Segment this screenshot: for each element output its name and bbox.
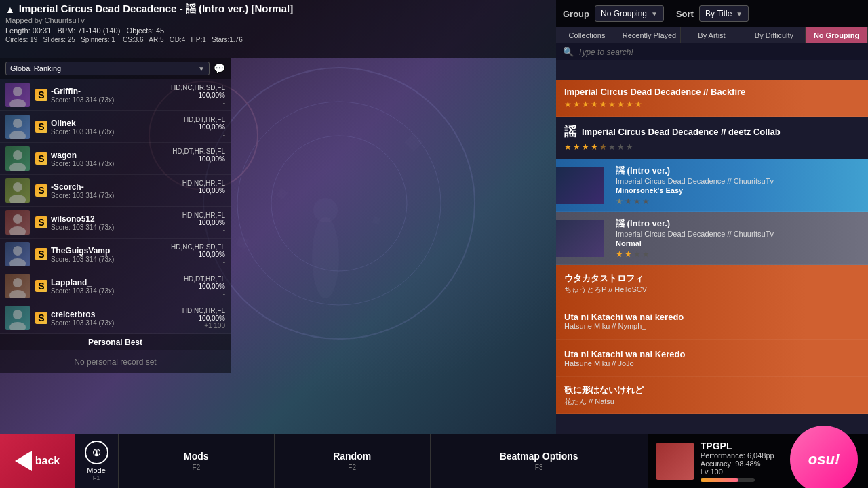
rank-player-info: -Griffin- Score: 103 314 (73x) xyxy=(51,87,171,104)
rank-mods: HD,NC,HR,FL xyxy=(182,307,225,314)
leaderboard: Global Ranking ▼ 💬 S -Griffin- Score: 10… xyxy=(0,58,231,434)
song-difficulty: Minorsonek's Easy xyxy=(616,186,863,195)
list-item[interactable]: 謡 (Intro ver.) Imperial Circus Dead Deca… xyxy=(556,212,868,265)
tab-no-grouping[interactable]: No Grouping xyxy=(806,27,868,43)
svg-point-18 xyxy=(13,214,22,224)
svg-point-12 xyxy=(13,119,22,128)
chat-icon[interactable]: 💬 xyxy=(214,63,225,74)
list-item[interactable]: 謡 Imperial Circus Dead Decadence // deet… xyxy=(556,117,868,159)
search-bar: 🔍 xyxy=(556,43,868,60)
player-name: TPGPL xyxy=(701,441,774,451)
pp-bar-container xyxy=(701,478,755,482)
rank-right: HD,NC,HR,FL 100,00% - xyxy=(182,180,225,202)
sort-dropdown[interactable]: By Title ▼ xyxy=(699,5,749,22)
table-row[interactable]: S Olinek Score: 103 314 (73x) HD,DT,HR,F… xyxy=(0,111,231,143)
player-pp: Performance: 6,048pp xyxy=(701,451,774,460)
rank-separator: - xyxy=(172,163,225,170)
tab-by-difficulty[interactable]: By Difficulty xyxy=(743,27,806,43)
song-group-title: 歌に形はないけれど xyxy=(564,384,860,396)
svg-point-23 xyxy=(9,290,26,298)
tab-collections[interactable]: Collections xyxy=(556,27,618,43)
table-row[interactable]: S Lappland_ Score: 103 314 (73x) HD,DT,H… xyxy=(0,270,231,302)
mods-label: Mods xyxy=(184,451,209,462)
rank-mods: HD,NC,HR,FL xyxy=(182,211,225,219)
rank-mods: HD,DT,HR,SD,FL xyxy=(172,148,225,155)
svg-point-10 xyxy=(13,87,22,96)
list-item[interactable]: Uta ni Katachi wa nai keredo Hatsune Mik… xyxy=(556,302,868,340)
rank-mods: HD,DT,HR,FL xyxy=(184,116,225,123)
list-item[interactable]: 歌に形はないけれど 花たん // Natsu xyxy=(556,377,868,414)
rank-score: Score: 103 314 (73x) xyxy=(51,287,184,295)
rank-separator: - xyxy=(182,195,225,202)
rank-separator: - xyxy=(171,99,225,106)
song-thumbnail xyxy=(556,167,604,204)
song-group-sub: 花たん // Natsu xyxy=(564,396,860,407)
song-list[interactable]: Imperial Circus Dead Decadence // Backfi… xyxy=(556,80,868,480)
rank-avatar xyxy=(5,242,30,266)
rank-right: HD,DT,HR,SD,FL 100,00% - xyxy=(172,148,225,170)
rank-separator: +1 100 xyxy=(182,322,225,329)
back-label: back xyxy=(35,455,60,467)
table-row[interactable]: S creicerbros Score: 103 314 (73x) HD,NC… xyxy=(0,302,231,334)
rank-player-name: -Scorch- xyxy=(51,182,182,192)
svg-point-11 xyxy=(9,99,26,107)
rank-percent: 100,00% xyxy=(182,219,225,226)
svg-point-0 xyxy=(203,68,475,339)
song-group-title: Uta ni Katachi wa nai keredo xyxy=(564,312,860,322)
table-row[interactable]: S TheGuigsVamp Score: 103 314 (73x) HD,N… xyxy=(0,239,231,270)
group-dropdown[interactable]: No Grouping ▼ xyxy=(595,5,664,22)
svg-point-22 xyxy=(13,278,22,287)
rank-player-name: creicerbros xyxy=(51,310,182,319)
rank-s-badge: S xyxy=(35,184,47,197)
mode-button[interactable]: ① Mode F1 xyxy=(75,434,119,488)
rank-percent: 100,00% xyxy=(172,155,225,163)
list-item[interactable]: Imperial Circus Dead Decadence // Backfi… xyxy=(556,80,868,117)
rank-mode-dropdown[interactable]: Global Ranking ▼ xyxy=(5,62,210,75)
mode-label: Mode xyxy=(87,466,106,474)
svg-point-4 xyxy=(312,217,339,298)
player-info: TPGPL Performance: 6,048pp Accuracy: 98.… xyxy=(701,441,774,482)
rank-s-badge: S xyxy=(35,280,47,292)
stars-row: ★★★★★★★★ xyxy=(564,142,860,152)
song-kanji-icon: 謡 xyxy=(564,123,576,140)
song-name: 謡 (Intro ver.) xyxy=(616,165,863,177)
rank-score: Score: 103 314 (73x) xyxy=(51,319,182,327)
tab-recently-played[interactable]: Recently Played xyxy=(618,27,681,43)
rank-right: HD,NC,HR,FL 100,00% - xyxy=(182,211,225,234)
search-icon: 🔍 xyxy=(563,47,574,57)
sort-label: Sort xyxy=(676,9,694,19)
back-arrow-icon xyxy=(15,451,32,471)
song-full-title: Imperial Circus Dead Decadence - 謡 (Intr… xyxy=(19,3,293,16)
table-row[interactable]: S wagon Score: 103 314 (73x) HD,DT,HR,SD… xyxy=(0,143,231,175)
list-item[interactable]: 謡 (Intro ver.) Imperial Circus Dead Deca… xyxy=(556,159,868,212)
list-item[interactable]: ウタカタストロフィ ちゅうとろP // HelloSCV xyxy=(556,265,868,302)
rank-separator: - xyxy=(184,131,225,138)
rank-right: HD,NC,HR,SD,FL 100,00% - xyxy=(171,84,225,106)
table-row[interactable]: S -Scorch- Score: 103 314 (73x) HD,NC,HR… xyxy=(0,175,231,207)
no-record: No personal record set xyxy=(0,350,231,373)
random-button[interactable]: Random F2 xyxy=(275,434,431,488)
osu-text: osu! xyxy=(808,451,840,468)
table-row[interactable]: S wilsono512 Score: 103 314 (73x) HD,NC,… xyxy=(0,207,231,239)
mods-button[interactable]: Mods F2 xyxy=(119,434,275,488)
svg-rect-8 xyxy=(372,216,380,224)
svg-point-14 xyxy=(13,150,22,160)
table-row[interactable]: S -Griffin- Score: 103 314 (73x) HD,NC,H… xyxy=(0,79,231,111)
player-section: TPGPL Performance: 6,048pp Accuracy: 98.… xyxy=(648,441,783,482)
beatmap-options-button[interactable]: Beatmap Options F3 xyxy=(431,434,648,488)
rank-percent: 100,00% xyxy=(184,123,225,131)
list-item[interactable]: Uta ni Katachi wa nai Keredo Hatsune Mik… xyxy=(556,340,868,377)
svg-point-25 xyxy=(9,322,26,330)
song-name: 謡 (Intro ver.) xyxy=(616,218,863,230)
rank-s-badge: S xyxy=(35,248,47,260)
mode-circle-icon: ① xyxy=(85,441,108,464)
rank-s-badge: S xyxy=(35,312,47,324)
tab-by-artist[interactable]: By Artist xyxy=(681,27,743,43)
rank-mods: HD,DT,HR,FL xyxy=(184,275,225,283)
rank-player-info: TheGuigsVamp Score: 103 314 (73x) xyxy=(51,246,171,263)
back-button[interactable]: back xyxy=(0,434,75,488)
rank-avatar xyxy=(5,274,30,298)
search-input[interactable] xyxy=(578,47,861,57)
up-arrow-icon[interactable]: ▲ xyxy=(5,4,15,15)
rank-separator: - xyxy=(182,226,225,234)
